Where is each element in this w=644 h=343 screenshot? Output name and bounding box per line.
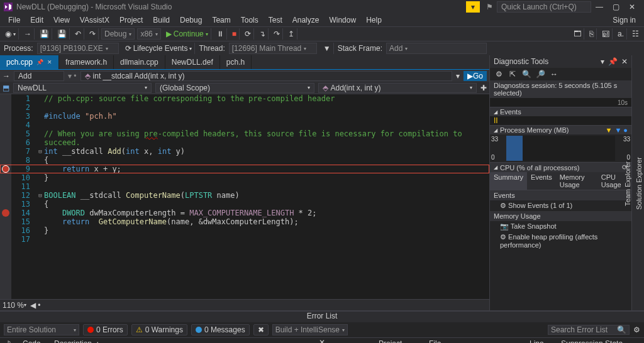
breakpoint-icon[interactable] xyxy=(2,209,9,217)
step-out-button[interactable]: ↥ xyxy=(286,28,297,40)
col-project[interactable]: Project xyxy=(379,339,423,344)
menu-team[interactable]: Team xyxy=(208,14,235,26)
diag-tab-summary[interactable]: Summary xyxy=(490,172,527,190)
stop-debug-button[interactable]: ■ xyxy=(230,28,240,40)
zoom-out-icon[interactable]: 🔎 xyxy=(535,69,545,79)
error-scope-dropdown[interactable]: Entire Solution▾ xyxy=(4,324,79,335)
col-icon[interactable]: ᵇ xyxy=(8,339,16,344)
nav-left-combo[interactable]: Add xyxy=(14,71,64,81)
diag-tab-memory[interactable]: Memory Usage xyxy=(556,172,597,190)
pin-icon[interactable]: 📌 xyxy=(36,59,43,65)
nav-dropdown-icon[interactable]: ▾ xyxy=(456,72,460,80)
solution-explorer-tab[interactable]: Solution Explorer xyxy=(634,153,644,214)
function-scope-combo[interactable]: ⬘Add(int x, int y)▾ xyxy=(318,83,477,93)
undo-button[interactable]: ↶ xyxy=(72,28,84,40)
restart-debug-button[interactable]: ⟳ xyxy=(242,28,254,40)
clear-filter-button[interactable]: ✖ xyxy=(253,324,269,335)
thread-filter-icon[interactable]: ▼ xyxy=(321,43,334,54)
memory-section-header[interactable]: ◢Process Memory (MB)▼ ▼ ● xyxy=(490,126,631,134)
errors-filter-pill[interactable]: 0 Errors xyxy=(83,324,128,335)
menu-file[interactable]: File xyxy=(4,14,25,26)
notification-filter-button[interactable]: ▾ xyxy=(466,1,480,13)
step-into-button[interactable]: ↴ xyxy=(257,28,269,40)
tab-dllmain-cpp[interactable]: dllmain.cpp xyxy=(114,55,165,69)
gear-icon[interactable]: ⚙ xyxy=(494,69,504,79)
continue-button[interactable]: ▶ Continue ▾ xyxy=(164,28,211,40)
code-content[interactable]: // pch.cpp: source file corresponding to… xyxy=(44,94,489,299)
project-scope-combo[interactable]: NewDLL▾ xyxy=(13,83,152,93)
menu-project[interactable]: Project xyxy=(115,14,147,26)
process-dropdown[interactable]: [9136] PB190.EXE▾ xyxy=(37,43,119,54)
maximize-button[interactable]: ▢ xyxy=(608,1,624,13)
diag-tab-events[interactable]: Events xyxy=(527,172,556,190)
error-search-input[interactable]: Search Error List🔍 xyxy=(548,325,630,335)
menu-debug[interactable]: Debug xyxy=(175,14,206,26)
close-tab-icon[interactable]: ✕ xyxy=(47,59,52,65)
config-dropdown[interactable]: Debug▾ xyxy=(101,28,135,40)
col-description[interactable]: Description ▲ xyxy=(54,339,372,344)
col-line[interactable]: Line xyxy=(530,339,555,344)
toolbar-icon[interactable]: ⎘ xyxy=(587,28,597,40)
redo-button[interactable]: ↷ xyxy=(87,28,99,40)
col-file[interactable]: File xyxy=(429,339,523,344)
reset-view-icon[interactable]: ↔ xyxy=(549,69,559,79)
nav-arrow-icon[interactable]: → xyxy=(3,72,10,80)
menu-analyze[interactable]: Analyze xyxy=(288,14,324,26)
panel-close-icon[interactable]: ✕ xyxy=(621,57,628,66)
stack-frame-dropdown[interactable]: Add▾ xyxy=(386,43,487,54)
menu-window[interactable]: Window xyxy=(325,14,360,26)
code-editor[interactable]: 1234567891011121314151617 ⊟⊟ // pch.cpp:… xyxy=(0,94,489,299)
lifecycle-events-button[interactable]: ⟳ Lifecycle Events ▾ xyxy=(123,43,196,54)
panel-dropdown-icon[interactable]: ▾ xyxy=(601,57,604,66)
build-source-dropdown[interactable]: Build + IntelliSense▾ xyxy=(272,324,348,335)
menu-edit[interactable]: Edit xyxy=(26,14,48,26)
breakpoint-current-icon[interactable] xyxy=(2,165,9,173)
show-events-link[interactable]: ⚙ Show Events (1 of 1) xyxy=(490,200,631,211)
tab-newdll-def[interactable]: NewDLL.def xyxy=(165,55,220,69)
zoom-combo[interactable]: 110 % xyxy=(3,301,24,310)
messages-filter-pill[interactable]: 0 Messages xyxy=(191,324,250,335)
breakpoint-gutter[interactable] xyxy=(0,94,11,299)
memory-graph[interactable] xyxy=(506,136,615,161)
nav-dropdown-icon[interactable]: ▾ • xyxy=(68,72,77,80)
go-button[interactable]: ▶ Go xyxy=(464,71,487,81)
toolbar-icon[interactable]: 🗔 xyxy=(571,28,584,40)
save-all-button[interactable]: 💾 xyxy=(55,28,70,40)
tab-pch-h[interactable]: pch.h xyxy=(220,55,252,69)
issue-indicator[interactable]: ◀ • xyxy=(30,301,41,310)
team-explorer-tab[interactable]: Team Explorer xyxy=(623,158,633,210)
nav-back-button[interactable]: ◉ ▾ xyxy=(3,28,19,40)
take-snapshot-button[interactable]: 📷 Take Snapshot xyxy=(490,221,631,232)
split-icon[interactable]: ✚ xyxy=(480,84,487,92)
step-over-button[interactable]: ↷ xyxy=(271,28,283,40)
toolbar-icon[interactable]: a. xyxy=(615,28,627,40)
thread-dropdown[interactable]: [12696] Main Thread▾ xyxy=(229,43,317,54)
warnings-filter-pill[interactable]: ⚠0 Warnings xyxy=(131,324,187,335)
enable-heap-profiling-button[interactable]: ⚙ Enable heap profiling (affects perform… xyxy=(490,232,631,250)
cpu-section-header[interactable]: ◢CPU (% of all processors)⟳ xyxy=(490,163,631,172)
tab-framework-h[interactable]: framework.h xyxy=(59,55,114,69)
global-scope-combo[interactable]: (Global Scope)▾ xyxy=(155,83,314,93)
nav-member-combo[interactable]: ⬘int __stdcall Add(int x, int y) xyxy=(80,71,452,81)
menu-tools[interactable]: Tools xyxy=(236,14,263,26)
select-tool-icon[interactable]: ⇱ xyxy=(508,69,518,79)
toolbar-icon[interactable]: 🗟 xyxy=(599,28,613,40)
sign-in-link[interactable]: Sign in xyxy=(608,14,640,26)
menu-build[interactable]: Build xyxy=(148,14,174,26)
nav-forward-button[interactable]: → xyxy=(21,28,35,40)
menu-help[interactable]: Help xyxy=(362,14,386,26)
menu-view[interactable]: View xyxy=(49,14,74,26)
platform-dropdown[interactable]: x86▾ xyxy=(137,28,160,40)
fold-gutter[interactable]: ⊟⊟ xyxy=(36,94,44,299)
break-all-button[interactable]: ⏸ xyxy=(214,28,227,40)
toolbar-icon[interactable]: ☷ xyxy=(630,28,641,40)
zoom-in-icon[interactable]: 🔍 xyxy=(521,69,531,79)
diagnostic-timeline[interactable]: 10s xyxy=(490,98,631,107)
save-button[interactable]: 💾 xyxy=(37,28,52,40)
menu-test[interactable]: Test xyxy=(264,14,287,26)
menu-vassistx[interactable]: VAssistX xyxy=(75,14,114,26)
col-suppression[interactable]: Suppression State xyxy=(561,339,636,344)
tab-pch-cpp[interactable]: pch.cpp📌✕ xyxy=(0,55,59,69)
minimize-button[interactable]: — xyxy=(591,1,608,13)
flag-icon[interactable]: ⚑ xyxy=(482,3,497,11)
